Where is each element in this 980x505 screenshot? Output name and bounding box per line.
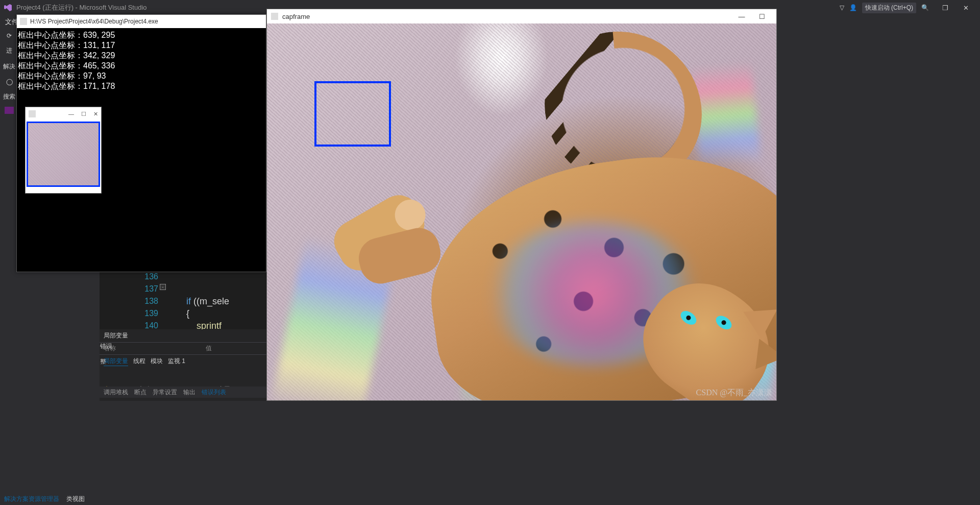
tab-watch1[interactable]: 监视 1 — [168, 357, 185, 366]
int-label: 整 — [100, 357, 106, 366]
tab-exceptions[interactable]: 异常设置 — [153, 388, 177, 397]
line-numbers: 136 137 138 139 140 — [130, 271, 158, 337]
status-class-view[interactable]: 类视图 — [66, 495, 85, 503]
capframe-maximize-button[interactable]: ☐ — [752, 13, 772, 20]
crop-image — [27, 122, 100, 187]
crop-body — [26, 121, 101, 188]
strip-process[interactable]: 进 — [5, 45, 13, 57]
vs-close-button[interactable]: ✕ — [955, 1, 976, 15]
watermark: CSDN @不雨_亦潇潇 — [696, 388, 772, 398]
search-icon[interactable]: 🔍 — [921, 4, 929, 11]
fold-gutter: - — [160, 271, 169, 337]
tab-breakpoints[interactable]: 断点 — [134, 388, 146, 397]
tab-modules[interactable]: 模块 — [151, 357, 163, 366]
capframe-titlebar[interactable]: capframe — ☐ — [267, 9, 776, 23]
console-title: H:\VS Project\Project4\x64\Debug\Project… — [30, 18, 158, 25]
crop-preview-window: — ☐ ✕ — [25, 107, 102, 194]
crop-app-icon — [29, 110, 36, 117]
console-titlebar[interactable]: H:\VS Project\Project4\x64\Debug\Project… — [17, 15, 266, 28]
console-output: 框出中心点坐标：639, 295 框出中心点坐标：131, 117 框出中心点坐… — [17, 28, 266, 93]
error-list-label: 错误 — [100, 342, 112, 351]
locals-col-name: 名称 — [104, 344, 206, 353]
tab-locals[interactable]: 局部变量 — [104, 357, 128, 366]
code-editor[interactable]: 136 137 138 139 140 - if ((m_sele { spri… — [100, 271, 268, 337]
console-app-icon — [20, 18, 27, 25]
vs-status-bar: 解决方案资源管理器 类视图 — [0, 493, 980, 505]
code-text: if ((m_sele { sprintf cv::Mat — [171, 271, 268, 337]
capframe-image[interactable]: CSDN @不雨_亦潇潇 — [267, 23, 776, 400]
locals-tabs: 局部变量 线程 模块 监视 1 — [100, 354, 268, 368]
selection-rectangle[interactable] — [314, 81, 391, 147]
capframe-window: capframe — ☐ CSDN @不雨_亦潇潇 — [266, 9, 777, 401]
capframe-title: capframe — [282, 13, 310, 20]
code-gutter — [100, 271, 130, 337]
vs-tab-icon[interactable] — [5, 107, 14, 114]
status-solution-explorer[interactable]: 解决方案资源管理器 — [4, 495, 59, 503]
locals-header-row: 名称 值 — [100, 342, 268, 354]
visual-studio-icon — [4, 4, 12, 12]
strip-explain[interactable]: 解决 — [2, 61, 16, 73]
capframe-minimize-button[interactable]: — — [731, 13, 752, 20]
locals-panel-title: 局部变量 — [100, 329, 268, 342]
user-icon[interactable]: 👤 — [849, 4, 857, 11]
tab-output[interactable]: 输出 — [183, 388, 195, 397]
crop-maximize-button[interactable]: ☐ — [81, 111, 86, 117]
quick-launch-input[interactable]: 快速启动 (Ctrl+Q) — [862, 3, 916, 13]
refresh-icon[interactable]: ⟳ — [6, 31, 13, 41]
fold-toggle-icon[interactable]: - — [160, 284, 166, 290]
stop-debug-icon[interactable]: ◯ — [5, 77, 14, 87]
notification-icon[interactable]: ▽ — [840, 4, 844, 11]
capframe-app-icon — [271, 13, 278, 20]
crop-titlebar[interactable]: — ☐ ✕ — [26, 107, 101, 121]
tab-callstack[interactable]: 调用堆栈 — [104, 388, 128, 397]
crop-close-button[interactable]: ✕ — [93, 111, 98, 117]
locals-col-value: 值 — [206, 344, 212, 353]
strip-search[interactable]: 搜索 — [2, 91, 16, 103]
tab-threads[interactable]: 线程 — [133, 357, 145, 366]
crop-minimize-button[interactable]: — — [68, 111, 74, 117]
vs-left-tool-strip: ⟳ 进 解决 ◯ 搜索 — [0, 29, 18, 490]
tab-errorlist[interactable]: 错误列表 — [202, 388, 226, 397]
locals-panel: 局部变量 名称 值 局部变量 线程 模块 监视 1 — [100, 329, 268, 380]
debug-bottom-tabs: 调用堆栈 断点 异常设置 输出 错误列表 — [100, 387, 268, 398]
console-window: H:\VS Project\Project4\x64\Debug\Project… — [16, 14, 266, 272]
vs-restore-button[interactable]: ❐ — [935, 1, 955, 15]
